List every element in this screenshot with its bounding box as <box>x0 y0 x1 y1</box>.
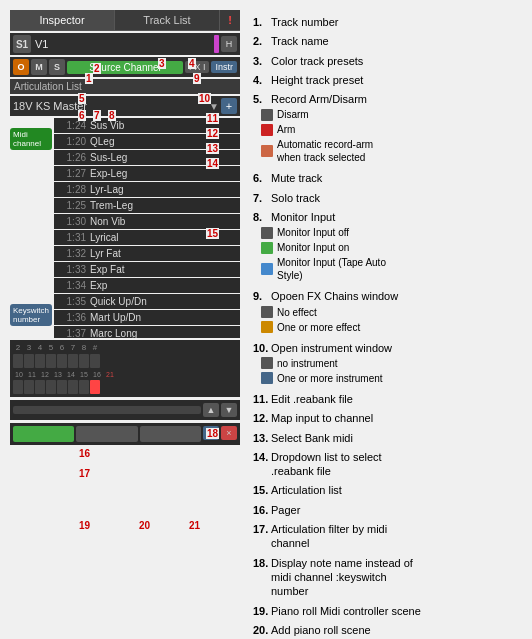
legend-panel: 1. Track number 2. Track name 3. Color t… <box>248 10 522 639</box>
legend-item-17: 17. Articulation filter by midichannel <box>253 522 522 551</box>
legend-item-10: 10. Open instrument window no instrument… <box>253 341 522 387</box>
legend-item-1: 1. Track number <box>253 15 522 29</box>
legend-item-2: 2. Track name <box>253 34 522 48</box>
piano-key-7[interactable] <box>79 354 89 368</box>
legend-item-4: 4. Height track preset <box>253 73 522 87</box>
piano-num-12: 12 <box>39 371 51 378</box>
auto-arm-color <box>261 145 273 157</box>
legend-item-11: 11. Edit .reabank file <box>253 392 522 406</box>
artic-num-11: 1:34 <box>58 280 86 291</box>
legend-item-16: 16. Pager <box>253 503 522 517</box>
no-effect-color <box>261 306 273 318</box>
artic-name-5: Lyr-Lag <box>90 184 236 195</box>
scrollbar[interactable] <box>13 406 201 414</box>
label-15: 15 <box>206 228 219 239</box>
artic-item-10[interactable]: 1:33 Exp Fat <box>54 262 240 277</box>
artic-name-6: Trem-Leg <box>90 200 236 211</box>
piano-key-10[interactable] <box>13 380 23 394</box>
piano-key-2[interactable] <box>24 354 34 368</box>
piano-num-21: 21 <box>104 371 116 378</box>
piano-key-4[interactable] <box>46 354 56 368</box>
no-instrument-color <box>261 357 273 369</box>
down-arrow-button[interactable]: ▼ <box>221 403 237 417</box>
artic-item-9[interactable]: 1:32 Lyr Fat <box>54 246 240 261</box>
piano-key-6[interactable] <box>68 354 78 368</box>
tab-inspector[interactable]: Inspector <box>10 10 115 30</box>
piano-num-3: 3 <box>24 343 34 352</box>
artic-num-12: 1:35 <box>58 296 86 307</box>
artic-name-13: Mart Up/Dn <box>90 312 236 323</box>
piano-key-5[interactable] <box>57 354 67 368</box>
piano-num-hash: # <box>90 343 100 352</box>
piano-num-5: 5 <box>46 343 56 352</box>
piano-key-12[interactable] <box>35 380 45 394</box>
artic-item-14[interactable]: 1:37 Marc Long <box>54 326 240 338</box>
artic-item-6[interactable]: 1:25 Trem-Leg <box>54 198 240 213</box>
piano-key-1[interactable] <box>13 354 23 368</box>
track-name[interactable]: V1 <box>33 38 212 50</box>
artic-num-2: 1:20 <box>58 136 86 147</box>
artic-item-13[interactable]: 1:36 Mart Up/Dn <box>54 310 240 325</box>
header-tabs: Inspector Track List ! <box>10 10 240 31</box>
piano-num-6: 6 <box>57 343 67 352</box>
piano-key-14[interactable] <box>57 380 67 394</box>
piano-key-15[interactable] <box>68 380 78 394</box>
artic-num-8: 1:31 <box>58 232 86 243</box>
label-1: 1 <box>85 73 93 84</box>
source-channel-button[interactable]: Source Channel <box>67 61 183 74</box>
solo-button[interactable]: S <box>49 59 65 75</box>
artic-num-14: 1:37 <box>58 328 86 338</box>
label-21: 21 <box>188 520 201 531</box>
artic-name-12: Quick Up/Dn <box>90 296 236 307</box>
legend-item-14: 14. Dropdown list to select.reabank file <box>253 450 522 479</box>
scene-btn-1[interactable] <box>13 426 74 442</box>
instrument-button[interactable]: Instr <box>211 61 237 73</box>
piano-key-11[interactable] <box>24 380 34 394</box>
artic-item-7[interactable]: 1:30 Non Vib <box>54 214 240 229</box>
label-7: 7 <box>93 110 101 121</box>
legend-item-7: 7. Solo track <box>253 191 522 205</box>
delete-scene-button[interactable]: × <box>221 426 237 440</box>
label-14: 14 <box>206 158 219 169</box>
height-preset-button[interactable]: H <box>221 36 237 52</box>
artic-num-1: 1:24 <box>58 120 86 131</box>
mute-button[interactable]: M <box>31 59 47 75</box>
label-5: 5 <box>78 93 86 104</box>
piano-key-3[interactable] <box>35 354 45 368</box>
piano-num-11: 11 <box>26 371 38 378</box>
label-17: 17 <box>78 468 91 479</box>
tab-tracklist[interactable]: Track List <box>115 10 220 30</box>
legend-item-18: 18. Display note name instead ofmidi cha… <box>253 556 522 599</box>
artic-item-11[interactable]: 1:34 Exp <box>54 278 240 293</box>
piano-key-16[interactable] <box>79 380 89 394</box>
scene-btn-2[interactable] <box>76 426 137 442</box>
label-3: 3 <box>158 58 166 69</box>
artic-item-5[interactable]: 1:28 Lyr-Lag <box>54 182 240 197</box>
scene-btn-3[interactable] <box>140 426 201 442</box>
artic-item-12[interactable]: 1:35 Quick Up/Dn <box>54 294 240 309</box>
label-6: 6 <box>78 110 86 121</box>
artic-name-10: Exp Fat <box>90 264 236 275</box>
monitor-off-color <box>261 227 273 239</box>
piano-key-13[interactable] <box>46 380 56 394</box>
exclaim-button[interactable]: ! <box>220 10 240 30</box>
label-16: 16 <box>78 448 91 459</box>
add-articulation-button[interactable]: + <box>221 98 237 114</box>
piano-key-21[interactable] <box>90 380 100 394</box>
arm-button[interactable]: O <box>13 59 29 75</box>
track-color-bar[interactable] <box>214 35 219 53</box>
monitor-tape-color <box>261 263 273 275</box>
piano-num-16: 16 <box>91 371 103 378</box>
label-4: 4 <box>188 58 196 69</box>
legend-item-5: 5. Record Arm/Disarm Disarm Arm Automati… <box>253 92 522 166</box>
artic-name-9: Lyr Fat <box>90 248 236 259</box>
instrument-color <box>261 372 273 384</box>
label-19: 19 <box>78 520 91 531</box>
label-2: 2 <box>93 63 101 74</box>
piano-key-8[interactable] <box>90 354 100 368</box>
effect-color <box>261 321 273 333</box>
legend-item-8: 8. Monitor Input Monitor Input off Monit… <box>253 210 522 284</box>
legend-item-12: 12. Map input to channel <box>253 411 522 425</box>
midi-channel-label: Midichannel <box>10 128 52 150</box>
up-arrow-button[interactable]: ▲ <box>203 403 219 417</box>
